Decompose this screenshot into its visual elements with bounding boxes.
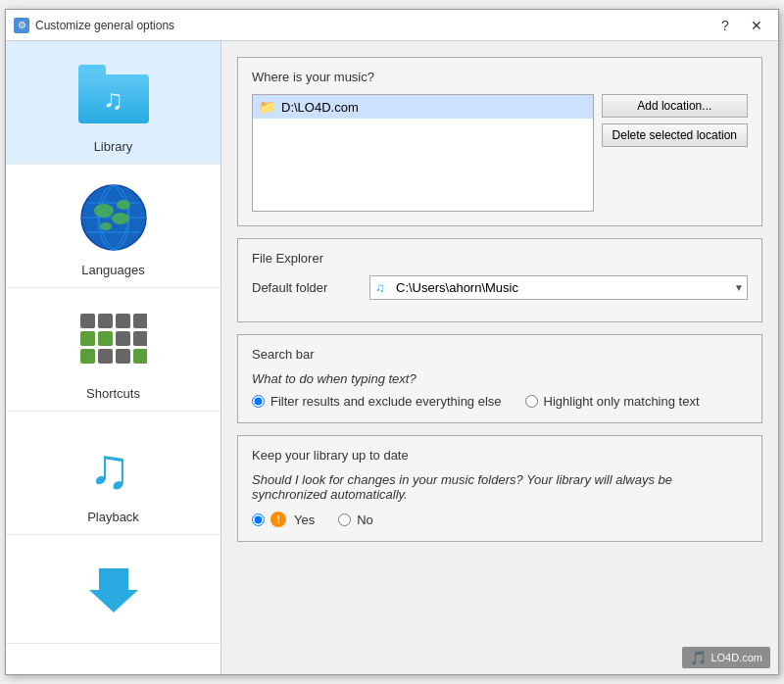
- svg-rect-18: [80, 349, 95, 364]
- title-bar-controls: ? ✕: [711, 16, 770, 35]
- library-update-section: Keep your library up to date Should I lo…: [237, 435, 762, 542]
- update-option-yes[interactable]: ! Yes: [252, 512, 315, 527]
- file-explorer-section: File Explorer Default folder C:\Users\ah…: [237, 238, 762, 322]
- svg-point-9: [100, 222, 112, 230]
- svg-rect-20: [116, 349, 130, 364]
- svg-rect-14: [80, 331, 95, 346]
- search-bar-title: Search bar: [252, 347, 748, 362]
- filter-radio[interactable]: [252, 395, 265, 408]
- sidebar-item-playback[interactable]: ♫ Playback: [6, 412, 220, 535]
- search-option-filter[interactable]: Filter results and exclude everything el…: [252, 394, 502, 409]
- library-icon: ♫: [74, 55, 153, 133]
- shortcuts-icon: [74, 302, 153, 380]
- add-location-button[interactable]: Add location...: [602, 94, 748, 118]
- music-section-title: Where is your music?: [252, 70, 748, 84]
- svg-rect-12: [116, 314, 130, 328]
- delete-location-button[interactable]: Delete selected location: [602, 123, 748, 147]
- sidebar-label-playback: Playback: [87, 510, 139, 524]
- svg-rect-17: [133, 331, 147, 346]
- window-icon: ⚙: [14, 18, 29, 33]
- search-options-row: Filter results and exclude everything el…: [252, 394, 748, 409]
- svg-rect-15: [98, 331, 113, 346]
- title-bar: ⚙ Customize general options ? ✕: [6, 10, 778, 41]
- sidebar: ♫ Library: [6, 41, 221, 674]
- watermark-text: LO4D.com: [710, 652, 762, 663]
- close-button[interactable]: ✕: [743, 16, 770, 35]
- location-buttons: Add location... Delete selected location: [602, 94, 748, 147]
- sidebar-label-languages: Languages: [81, 263, 144, 277]
- yes-label: Yes: [294, 513, 315, 527]
- file-explorer-title: File Explorer: [252, 251, 748, 266]
- sidebar-scroll: ♫ Library: [6, 41, 220, 674]
- no-label: No: [357, 513, 373, 527]
- watermark: 🎵 LO4D.com: [682, 647, 770, 668]
- default-folder-label: Default folder: [252, 280, 369, 295]
- sidebar-item-library[interactable]: ♫ Library: [6, 41, 220, 165]
- help-button[interactable]: ?: [711, 16, 739, 35]
- sidebar-item-more[interactable]: [6, 535, 220, 644]
- main-panel: Where is your music? 📁 D:\LO4D.com Add l…: [221, 41, 778, 674]
- svg-rect-10: [80, 314, 95, 328]
- svg-point-8: [112, 213, 129, 224]
- yes-radio[interactable]: [252, 513, 265, 526]
- location-path: D:\LO4D.com: [281, 100, 359, 115]
- svg-rect-21: [133, 349, 147, 364]
- window-title: Customize general options: [35, 19, 711, 32]
- highlight-radio[interactable]: [525, 395, 538, 408]
- library-update-title: Keep your library up to date: [252, 448, 748, 463]
- svg-point-6: [94, 204, 114, 218]
- playback-icon: ♫: [74, 425, 153, 504]
- music-section: Where is your music? 📁 D:\LO4D.com Add l…: [237, 57, 762, 226]
- svg-point-7: [117, 200, 130, 210]
- content-area: ♫ Library: [6, 41, 778, 674]
- main-window: ⚙ Customize general options ? ✕ ♫: [5, 9, 779, 675]
- default-folder-select[interactable]: C:\Users\ahorn\Music: [369, 275, 748, 300]
- svg-rect-19: [98, 349, 113, 364]
- highlight-label: Highlight only matching text: [544, 394, 700, 409]
- library-update-options-row: ! Yes No: [252, 512, 748, 527]
- search-option-highlight[interactable]: Highlight only matching text: [525, 394, 700, 409]
- sidebar-item-shortcuts[interactable]: Shortcuts: [6, 288, 220, 412]
- search-question: What to do when typing text?: [252, 371, 748, 386]
- library-update-description: Should I look for changes in your music …: [252, 472, 748, 502]
- filter-label: Filter results and exclude everything el…: [270, 394, 502, 409]
- sidebar-item-languages[interactable]: Languages: [6, 165, 220, 288]
- svg-rect-11: [98, 314, 113, 328]
- down-arrow-icon: [74, 549, 153, 627]
- no-radio[interactable]: [338, 513, 351, 526]
- search-bar-section: Search bar What to do when typing text? …: [237, 334, 762, 423]
- warning-icon: !: [270, 512, 286, 527]
- folder-icon: 📁: [259, 99, 275, 115]
- svg-rect-13: [133, 314, 147, 328]
- location-item[interactable]: 📁 D:\LO4D.com: [253, 95, 593, 119]
- sidebar-label-library: Library: [94, 139, 133, 154]
- svg-rect-16: [116, 331, 130, 346]
- default-folder-select-wrapper: C:\Users\ahorn\Music ♫ ▼: [369, 275, 748, 300]
- sidebar-label-shortcuts: Shortcuts: [86, 386, 140, 401]
- languages-icon: [74, 178, 153, 257]
- default-folder-row: Default folder C:\Users\ahorn\Music ♫ ▼: [252, 275, 748, 300]
- music-locations-row: 📁 D:\LO4D.com Add location... Delete sel…: [252, 94, 748, 212]
- svg-text:♫: ♫: [88, 436, 131, 498]
- locations-list[interactable]: 📁 D:\LO4D.com: [252, 94, 594, 212]
- watermark-icon: 🎵: [690, 650, 707, 665]
- update-option-no[interactable]: No: [338, 513, 373, 527]
